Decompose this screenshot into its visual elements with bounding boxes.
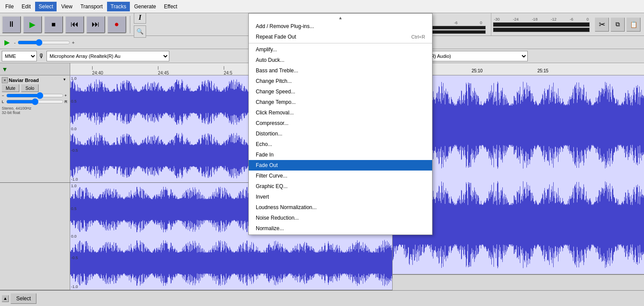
- menu-item-amplify[interactable]: Amplify...: [249, 44, 432, 55]
- pan-l-label: L: [2, 100, 5, 104]
- skip-end-button[interactable]: ⏭: [86, 16, 105, 33]
- bottom-bar: ▲ Select: [0, 290, 644, 306]
- meter-scale-0: 0: [480, 21, 482, 25]
- record-icon: ●: [114, 20, 119, 29]
- pan-r-label: R: [64, 100, 68, 104]
- menu-item-loudness-normalization[interactable]: Loudness Normalization...: [249, 202, 432, 213]
- right-ruler-tick-2510: 25:10: [472, 68, 483, 73]
- cut-button[interactable]: ✂: [595, 18, 609, 32]
- input-meter-bar-2: [493, 28, 590, 32]
- menu-effect[interactable]: Effect: [161, 2, 181, 11]
- right-bottom-bar: [393, 274, 644, 290]
- speed-plus-label: +: [72, 40, 75, 45]
- zoom-icon: 🔍: [136, 28, 143, 35]
- waveform-2-scale-top: 1.0: [71, 184, 77, 188]
- menu-scroll-up[interactable]: ▲: [249, 14, 432, 21]
- play-button[interactable]: ▶: [23, 16, 42, 33]
- menu-bar: File Edit Select View Transport Tracks G…: [0, 0, 644, 13]
- menu-item-noise-reduction[interactable]: Noise Reduction...: [249, 213, 432, 223]
- record-button[interactable]: ●: [107, 16, 126, 33]
- menu-item-normalize[interactable]: Normalize...: [249, 223, 432, 234]
- track-1-pan-slider[interactable]: [6, 99, 64, 104]
- scroll-up-icon: ▲: [338, 15, 343, 20]
- menu-item-repeat-fade-out[interactable]: Repeat Fade Out Ctrl+R: [249, 32, 432, 42]
- toolbar-divider-1: [130, 16, 130, 33]
- menu-item-change-tempo[interactable]: Change Tempo...: [249, 97, 432, 107]
- menu-transport[interactable]: Transport: [77, 2, 106, 11]
- menu-item-click-removal[interactable]: Click Removal...: [249, 107, 432, 118]
- menu-item-add-remove-plugins[interactable]: Add / Remove Plug-ins...: [249, 21, 432, 32]
- waveform-2-scale-neg-half: -0.5: [71, 256, 78, 260]
- menu-item-invert[interactable]: Invert: [249, 192, 432, 202]
- menu-item-bass-treble[interactable]: Bass and Treble...: [249, 65, 432, 76]
- menu-item-graphic-eq[interactable]: Graphic EQ...: [249, 181, 432, 192]
- menu-item-echo[interactable]: Echo...: [249, 139, 432, 149]
- pause-button[interactable]: ⏸: [2, 16, 21, 33]
- effect-dropdown-menu: ▲ Add / Remove Plug-ins... Repeat Fade O…: [248, 13, 433, 235]
- menu-item-fade-in[interactable]: Fade In: [249, 149, 432, 160]
- menu-item-compressor[interactable]: Compressor...: [249, 118, 432, 128]
- input-scale-0: 0: [587, 17, 589, 21]
- menu-item-change-speed[interactable]: Change Speed...: [249, 86, 432, 97]
- ruler-tick-2450: 24:5: [224, 66, 232, 75]
- waveform-1-scale-half: 0.5: [71, 99, 77, 103]
- play-at-speed-button[interactable]: ▶: [2, 37, 12, 48]
- menu-file[interactable]: File: [2, 2, 17, 11]
- stop-icon: ■: [51, 21, 56, 28]
- input-scale-30: -30: [494, 17, 500, 21]
- paste-button[interactable]: 📋: [626, 18, 640, 32]
- play-icon: ▶: [29, 20, 36, 29]
- menu-view[interactable]: View: [57, 2, 76, 11]
- waveform-1-scale-neg-one: -1.0: [71, 177, 78, 181]
- pause-icon: ⏸: [7, 20, 15, 29]
- zoom-tool-button[interactable]: 🔍: [134, 25, 146, 38]
- track-1-dropdown[interactable]: ▼: [63, 78, 68, 83]
- host-select[interactable]: MME: [2, 51, 37, 61]
- waveform-1-scale-top: 1.0: [71, 76, 77, 81]
- select-bottom-button[interactable]: Select: [11, 293, 36, 304]
- menu-generate[interactable]: Generate: [131, 2, 160, 11]
- right-icon-buttons: ✂ ⧉ 📋: [591, 13, 644, 36]
- track-1-solo-button[interactable]: Solo: [21, 84, 39, 92]
- cursor-icon: I: [139, 14, 141, 21]
- track-1-name: Naviar Broad: [9, 78, 62, 83]
- input-scale-12: -12: [551, 17, 557, 21]
- menu-item-auto-duck[interactable]: Auto Duck...: [249, 55, 432, 65]
- input-scale-6: -6: [570, 17, 573, 21]
- speed-slider[interactable]: [18, 39, 70, 46]
- ruler-left: ▼: [0, 63, 70, 75]
- waveform-2-scale-half: 0.5: [71, 206, 77, 211]
- skip-start-icon: ⏮: [71, 20, 79, 29]
- track-1-close-button[interactable]: ×: [2, 77, 8, 83]
- skip-start-button[interactable]: ⏮: [65, 16, 84, 33]
- skip-end-icon: ⏭: [92, 20, 100, 29]
- menu-select[interactable]: Select: [35, 2, 57, 11]
- track-1-controls: × Naviar Broad ▼ Mute Solo − + L: [0, 75, 70, 182]
- speed-minus-label: -: [14, 40, 16, 45]
- mic-icon: 🎙: [39, 53, 45, 60]
- waveform-1-scale-zero: 0.0: [71, 127, 77, 131]
- waveform-2-scale-zero: 0.0: [71, 234, 77, 238]
- menu-item-distortion[interactable]: Distortion...: [249, 128, 432, 139]
- waveform-2-scale-neg-one: -1.0: [71, 285, 78, 289]
- menu-tracks[interactable]: Tracks: [107, 2, 130, 11]
- menu-edit[interactable]: Edit: [18, 2, 34, 11]
- input-device-select[interactable]: Microphone Array (Realtek(R) Au: [47, 51, 169, 61]
- gain-minus-label: −: [2, 93, 5, 98]
- track-1-mute-button[interactable]: Mute: [2, 84, 19, 92]
- track-2-controls: [0, 183, 70, 290]
- waveform-1-scale-neg-half: -0.5: [71, 148, 78, 153]
- copy-button[interactable]: ⧉: [611, 18, 625, 32]
- stop-button[interactable]: ■: [44, 16, 63, 33]
- track-1-info: Stereo, 44100Hz32-bit float: [2, 106, 68, 115]
- input-meter-bar: [493, 22, 590, 27]
- track-1-gain-slider[interactable]: [6, 93, 64, 98]
- menu-separator-1: [249, 43, 432, 43]
- expand-icon: ▲: [3, 296, 7, 301]
- ruler-arrow: ▼: [2, 66, 8, 73]
- menu-item-fade-out[interactable]: Fade Out: [249, 160, 432, 171]
- expand-button[interactable]: ▲: [2, 295, 9, 302]
- ruler-tick-2440: 24:40: [92, 66, 103, 75]
- menu-item-filter-curve[interactable]: Filter Curve...: [249, 171, 432, 181]
- menu-item-change-pitch[interactable]: Change Pitch...: [249, 76, 432, 86]
